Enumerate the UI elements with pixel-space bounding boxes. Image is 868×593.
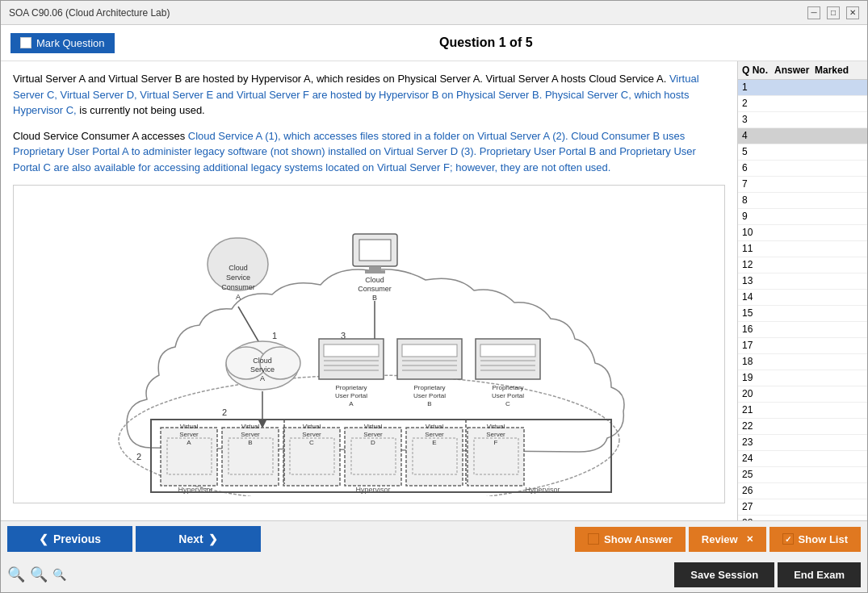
svg-text:Virtual: Virtual [364, 423, 383, 430]
sidebar-row[interactable]: 12 [738, 257, 867, 274]
sidebar-row[interactable]: 10 [738, 225, 867, 241]
sidebar-qno: 26 [742, 485, 774, 497]
svg-rect-42 [480, 345, 535, 357]
sidebar-marked [815, 340, 863, 352]
svg-text:Cloud: Cloud [365, 276, 384, 284]
sidebar-row[interactable]: 13 [738, 274, 867, 290]
sidebar-answer [774, 98, 815, 110]
sidebar-marked [815, 81, 863, 94]
end-exam-button[interactable]: End Exam [778, 562, 861, 587]
maximize-button[interactable]: □ [827, 6, 840, 19]
svg-rect-9 [365, 270, 385, 274]
svg-text:C: C [505, 400, 510, 407]
sidebar-row[interactable]: 17 [738, 338, 867, 354]
next-label: Next [178, 532, 203, 545]
sidebar-row[interactable]: 8 [738, 193, 867, 209]
architecture-diagram: Cloud Service Consumer A Cloud Consumer … [18, 190, 720, 496]
show-answer-label: Show Answer [604, 533, 673, 545]
svg-text:2: 2 [222, 407, 227, 417]
review-label: Review [702, 533, 738, 545]
zoom-out-button[interactable]: 🔍 [52, 568, 66, 581]
previous-button[interactable]: ❮ Previous [7, 526, 132, 552]
zoom-normal-button[interactable]: 🔍 [30, 566, 48, 583]
show-list-button[interactable]: ✓ Show List [769, 527, 861, 552]
sidebar-marked [815, 307, 863, 319]
sidebar-answer [774, 146, 815, 158]
zoom-controls: 🔍 🔍 🔍 [7, 566, 66, 583]
minimize-button[interactable]: ─ [807, 6, 820, 19]
button-row-session: 🔍 🔍 🔍 Save Session End Exam [1, 557, 867, 592]
sidebar-row[interactable]: 2 [738, 96, 867, 112]
sidebar-row[interactable]: 19 [738, 370, 867, 386]
sidebar-row[interactable]: 21 [738, 403, 867, 419]
svg-text:B: B [372, 294, 377, 302]
sidebar-row[interactable]: 9 [738, 209, 867, 225]
sidebar-row[interactable]: 7 [738, 177, 867, 193]
mark-question-button[interactable]: ✓ Mark Question [10, 33, 115, 53]
sidebar-marked [815, 243, 863, 255]
sidebar-qno: 23 [742, 436, 774, 449]
sidebar-marked [815, 194, 863, 207]
sidebar-marked [815, 453, 863, 465]
sidebar-row[interactable]: 11 [738, 241, 867, 257]
sidebar-qno: 16 [742, 324, 774, 336]
svg-text:Service: Service [250, 365, 275, 374]
sidebar-answer [774, 372, 815, 384]
sidebar-qno: 3 [742, 114, 774, 126]
sidebar-marked [815, 404, 863, 416]
button-row-nav: ❮ Previous Next ❯ Show Answer Review ✕ ✓… [1, 521, 867, 557]
sidebar-row[interactable]: 23 [738, 435, 867, 451]
svg-text:F: F [494, 439, 498, 446]
svg-text:User Portal: User Portal [492, 392, 524, 399]
sidebar-row[interactable]: 22 [738, 419, 867, 435]
show-answer-button[interactable]: Show Answer [575, 527, 686, 552]
sidebar-answer [774, 420, 815, 432]
svg-text:A: A [260, 374, 265, 382]
sidebar-list: 1 2 3 4 5 6 7 8 [738, 80, 867, 520]
sidebar-row[interactable]: 20 [738, 386, 867, 403]
sidebar-row[interactable]: 26 [738, 483, 867, 499]
sidebar-row[interactable]: 5 [738, 144, 867, 161]
sidebar-row[interactable]: 25 [738, 467, 867, 483]
sidebar-row[interactable]: 15 [738, 306, 867, 322]
sidebar-row[interactable]: 4 [738, 128, 867, 144]
sidebar-row[interactable]: 24 [738, 451, 867, 467]
svg-text:Server: Server [241, 431, 260, 438]
sidebar-qno: 27 [742, 501, 774, 513]
sidebar-row[interactable]: 14 [738, 290, 867, 306]
sidebar-row[interactable]: 6 [738, 161, 867, 177]
sidebar-row[interactable]: 1 [738, 80, 867, 96]
mark-question-label: Mark Question [36, 37, 105, 49]
sidebar-row[interactable]: 16 [738, 322, 867, 338]
sidebar-qno: 20 [742, 388, 774, 400]
sidebar-row[interactable]: 18 [738, 354, 867, 370]
svg-text:Hypervisor: Hypervisor [355, 486, 390, 494]
svg-text:Server: Server [486, 431, 505, 438]
close-button[interactable]: ✕ [846, 6, 859, 19]
svg-text:D: D [371, 439, 375, 446]
svg-text:Server: Server [425, 431, 444, 438]
sidebar-qno: 25 [742, 469, 774, 481]
sidebar-answer [774, 114, 815, 126]
zoom-in-button[interactable]: 🔍 [7, 566, 25, 583]
review-button[interactable]: Review ✕ [689, 527, 766, 552]
show-list-checkbox-icon: ✓ [782, 533, 794, 545]
next-button[interactable]: Next ❯ [136, 526, 261, 552]
svg-rect-34 [402, 345, 457, 357]
svg-text:Cloud: Cloud [253, 357, 272, 365]
sidebar-answer [774, 211, 815, 223]
svg-text:Cloud: Cloud [229, 264, 248, 272]
sidebar-row[interactable]: 3 [738, 112, 867, 128]
sidebar-marked [815, 388, 863, 400]
sidebar-qno: 21 [742, 404, 774, 416]
save-session-button[interactable]: Save Session [674, 562, 774, 587]
svg-text:Service: Service [226, 274, 250, 282]
sidebar-marked [815, 114, 863, 126]
sidebar-qno: 4 [742, 130, 774, 142]
sidebar-row[interactable]: 27 [738, 499, 867, 516]
sidebar-col-marked: Marked [815, 65, 863, 76]
sidebar-qno: 13 [742, 275, 774, 287]
mark-checkbox-icon: ✓ [20, 37, 31, 48]
sidebar-marked [815, 324, 863, 336]
sidebar-answer [774, 275, 815, 287]
